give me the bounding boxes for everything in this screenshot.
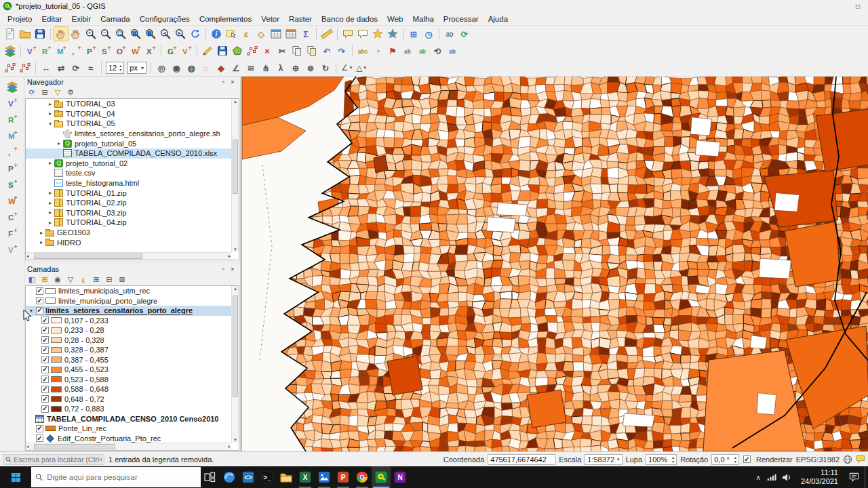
add-feature-button[interactable]: [230, 43, 245, 58]
copy-move-feature-button[interactable]: ⇄: [54, 60, 68, 75]
rotate-point-symbols-button[interactable]: ↻: [318, 60, 333, 75]
open-data-source-manager-button[interactable]: [5, 79, 20, 94]
magnifier-spin[interactable]: 100% ▴▾: [646, 454, 677, 465]
scroll-down-icon[interactable]: ▾: [234, 247, 237, 252]
select-features-button[interactable]: [224, 26, 239, 41]
render-checkbox[interactable]: ✓: [743, 455, 751, 463]
expand-arrow-icon[interactable]: ▸: [46, 101, 54, 107]
volume-icon[interactable]: [782, 473, 791, 482]
menu-configura-es[interactable]: Configurações: [135, 14, 195, 24]
app-chrome[interactable]: [353, 466, 372, 488]
layer-visibility-checkbox[interactable]: ✓: [36, 307, 43, 314]
scroll-left-icon[interactable]: ◂: [26, 253, 29, 259]
zoom-to-layer-button[interactable]: ▦: [143, 26, 158, 41]
layer-visibility-checkbox[interactable]: ✓: [41, 405, 49, 413]
browser-item-teste-histograma-html[interactable]: teste_histograma.html: [26, 178, 231, 188]
crs-globe-icon[interactable]: [843, 455, 852, 464]
add-oracle-layer-button[interactable]: O+: [113, 43, 128, 58]
browser-item-limites-setores-censitarios-porto-alegre-sh[interactable]: limites_setores_censitarios_porto_alegre…: [26, 129, 231, 139]
scrollbar-thumb[interactable]: [233, 140, 238, 194]
pan-to-selection-button[interactable]: [68, 26, 83, 41]
layer-item-ponte-lin-rec[interactable]: ✓Ponte_Lin_rec: [26, 424, 231, 434]
coordinate-input[interactable]: [488, 454, 555, 465]
task-view-button[interactable]: [201, 466, 220, 488]
rotate-feature-button[interactable]: ⟳: [68, 60, 83, 75]
log-messages-icon[interactable]: [856, 455, 865, 464]
add-xyz-layer-button[interactable]: X+: [143, 43, 158, 58]
taskbar-search[interactable]: [31, 467, 201, 487]
layer-class-item[interactable]: ✓0,523 - 0,588: [26, 375, 231, 385]
zoom-full-button[interactable]: ◻: [113, 26, 128, 41]
expand-arrow-icon[interactable]: ▸: [46, 160, 54, 166]
layer-class-item[interactable]: ✓0,588 - 0,648: [26, 384, 231, 394]
select-by-expression-button[interactable]: ε: [239, 26, 254, 41]
rotate-label-button[interactable]: ⟲: [430, 43, 445, 58]
maximize-button[interactable]: □: [848, 0, 868, 12]
menu-ajuda[interactable]: Ajuda: [484, 14, 513, 24]
map-refresh-button[interactable]: [188, 26, 203, 41]
browser-collapse-all-button[interactable]: ⊟: [39, 87, 50, 98]
browser-vertical-scrollbar[interactable]: ▴ ▾: [231, 99, 239, 252]
change-label-button[interactable]: ab: [445, 43, 460, 58]
layers-close-button[interactable]: ×: [228, 264, 237, 273]
expand-arrow-icon[interactable]: ▸: [46, 200, 54, 206]
scale-combo[interactable]: 1:58372 ▾: [585, 454, 622, 465]
new-map-view-button[interactable]: ⊞: [406, 26, 421, 41]
add-wms-wmts-layer-button[interactable]: W+: [5, 193, 20, 208]
add-group-button[interactable]: ⊞: [39, 274, 50, 285]
menu-projeto[interactable]: Projeto: [3, 14, 37, 24]
scroll-right-icon[interactable]: ▸: [228, 444, 231, 449]
add-ring-button[interactable]: ◎: [154, 60, 169, 75]
show-spatial-bookmarks-button[interactable]: [385, 26, 400, 41]
move-feature-button[interactable]: ↔: [39, 60, 54, 75]
scroll-down-icon[interactable]: ▾: [234, 437, 237, 443]
delete-part-button[interactable]: ◈: [214, 60, 229, 75]
layer-visibility-checkbox[interactable]: ✓: [41, 346, 49, 354]
app-qgis[interactable]: [372, 466, 391, 488]
split-parts-button[interactable]: λ: [273, 60, 288, 75]
layer-class-item[interactable]: ✓0,387 - 0,455: [26, 355, 231, 365]
split-features-button[interactable]: ⋔: [258, 60, 273, 75]
spin-down-icon[interactable]: ▾: [734, 460, 736, 464]
browser-item-tutorial-04-zip[interactable]: ▸TUTORIAL_04.zip: [26, 218, 231, 228]
project-save-button[interactable]: [33, 26, 47, 41]
expand-arrow-icon[interactable]: ▸: [46, 110, 54, 117]
expand-arrow-icon[interactable]: ▸: [55, 140, 63, 146]
zoom-next-button[interactable]: ▸: [173, 26, 188, 41]
epsg-value[interactable]: EPSG:31982: [796, 455, 840, 464]
layer-item-limite-municipal-porto-alegre[interactable]: ✓limite_municipal_porto_alegre: [26, 296, 231, 306]
layer-visibility-checkbox[interactable]: ✓: [41, 327, 49, 334]
app-excel[interactable]: X: [296, 466, 315, 488]
vertex-tool-button[interactable]: [245, 43, 260, 58]
layer-visibility-checkbox[interactable]: ✓: [36, 287, 43, 295]
layer-labeling-options-button[interactable]: abc: [355, 43, 370, 58]
menu-camada[interactable]: Camada: [96, 14, 134, 24]
copy-features-button[interactable]: [290, 43, 304, 58]
add-raster-layer-button[interactable]: R+: [5, 112, 20, 127]
layer-class-item[interactable]: ✓0,233 - 0,28: [26, 325, 231, 336]
add-postgis-layer-button[interactable]: P+: [83, 43, 98, 58]
add-spatialite-layer-button[interactable]: S+: [5, 177, 20, 192]
menu-processar[interactable]: Processar: [439, 14, 484, 24]
add-postgis-layer-button[interactable]: P+: [5, 161, 20, 176]
statistical-summary-button[interactable]: Σ: [298, 26, 313, 41]
vertex-tool-all-layers-button[interactable]: [3, 60, 18, 75]
network-icon[interactable]: [766, 473, 776, 482]
measure-line-button[interactable]: [319, 26, 334, 41]
pin-labels-button[interactable]: ⚑: [385, 43, 400, 58]
scroll-up-icon[interactable]: ▴: [234, 99, 237, 104]
font-size-spinbox[interactable]: 12▴▾: [106, 62, 124, 74]
browser-item-tutorial-03[interactable]: ▸TUTORIAL_03: [26, 99, 231, 109]
add-virtual-layer-button[interactable]: V+: [5, 242, 20, 257]
identify-features-button[interactable]: i: [209, 26, 224, 41]
simplify-feature-button[interactable]: ≈: [83, 60, 98, 75]
app-vscode[interactable]: <>: [239, 466, 258, 488]
filter-by-expression-button[interactable]: ε: [78, 274, 89, 285]
layer-visibility-checkbox[interactable]: ✓: [41, 366, 49, 373]
zoom-last-button[interactable]: ◂: [158, 26, 173, 41]
pan-map-button[interactable]: [54, 26, 68, 41]
app-powerpoint[interactable]: P: [334, 466, 353, 488]
app-explorer[interactable]: [277, 466, 296, 488]
layer-item-edif-constr-portuaria-pto-rec[interactable]: ✓Edif_Constr_Portuaria_Pto_rec: [26, 434, 231, 443]
scroll-left-icon[interactable]: ◂: [26, 444, 29, 449]
